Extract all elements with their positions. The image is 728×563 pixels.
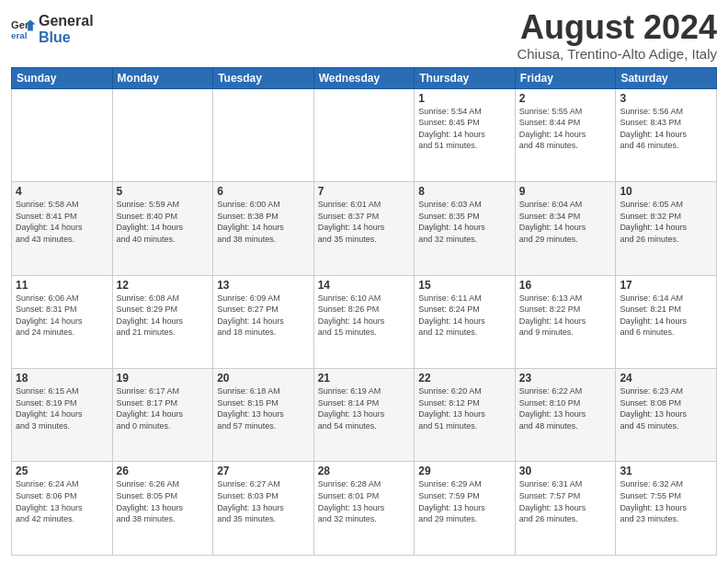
cell-info: Sunrise: 6:20 AM Sunset: 8:12 PM Dayligh… — [418, 385, 511, 431]
calendar-cell: 6Sunrise: 6:00 AM Sunset: 8:38 PM Daylig… — [213, 182, 314, 275]
calendar-cell: 23Sunrise: 6:22 AM Sunset: 8:10 PM Dayli… — [515, 369, 616, 462]
cell-day-number: 12 — [117, 279, 210, 292]
calendar-cell: 12Sunrise: 6:08 AM Sunset: 8:29 PM Dayli… — [112, 275, 213, 368]
cell-day-number: 14 — [318, 279, 411, 292]
day-header-thursday: Thursday — [415, 67, 516, 88]
cell-info: Sunrise: 6:24 AM Sunset: 8:06 PM Dayligh… — [16, 478, 108, 524]
calendar-cell: 20Sunrise: 6:18 AM Sunset: 8:15 PM Dayli… — [213, 369, 314, 462]
cell-day-number: 31 — [620, 465, 712, 477]
cell-day-number: 11 — [16, 279, 108, 292]
cell-day-number: 30 — [519, 465, 612, 477]
cell-day-number: 1 — [418, 92, 511, 105]
cell-info: Sunrise: 6:05 AM Sunset: 8:32 PM Dayligh… — [620, 199, 712, 245]
calendar-cell: 11Sunrise: 6:06 AM Sunset: 8:31 PM Dayli… — [12, 275, 113, 368]
cell-day-number: 2 — [519, 92, 612, 105]
cell-info: Sunrise: 5:54 AM Sunset: 8:45 PM Dayligh… — [418, 106, 511, 152]
cell-day-number: 15 — [418, 279, 511, 292]
cell-info: Sunrise: 5:58 AM Sunset: 8:41 PM Dayligh… — [16, 199, 108, 245]
calendar-cell: 28Sunrise: 6:28 AM Sunset: 8:01 PM Dayli… — [313, 462, 415, 556]
cell-day-number: 18 — [16, 372, 108, 385]
cell-info: Sunrise: 6:31 AM Sunset: 7:57 PM Dayligh… — [519, 478, 612, 524]
calendar-cell: 25Sunrise: 6:24 AM Sunset: 8:06 PM Dayli… — [12, 462, 113, 556]
calendar-cell: 19Sunrise: 6:17 AM Sunset: 8:17 PM Dayli… — [112, 369, 213, 462]
week-row-3: 18Sunrise: 6:15 AM Sunset: 8:19 PM Dayli… — [12, 369, 717, 462]
logo-text-line1: General — [39, 13, 94, 29]
cell-day-number: 8 — [418, 185, 511, 198]
calendar-cell: 27Sunrise: 6:27 AM Sunset: 8:03 PM Dayli… — [213, 462, 314, 556]
cell-day-number: 5 — [117, 185, 210, 198]
cell-info: Sunrise: 6:26 AM Sunset: 8:05 PM Dayligh… — [117, 478, 210, 524]
cell-day-number: 20 — [217, 372, 310, 385]
calendar-cell: 31Sunrise: 6:32 AM Sunset: 7:55 PM Dayli… — [616, 462, 717, 556]
cell-info: Sunrise: 5:56 AM Sunset: 8:43 PM Dayligh… — [620, 106, 712, 152]
cell-day-number: 7 — [318, 185, 411, 198]
logo-icon: Gen eral — [11, 17, 37, 42]
calendar-cell: 10Sunrise: 6:05 AM Sunset: 8:32 PM Dayli… — [616, 182, 717, 275]
calendar-cell: 14Sunrise: 6:10 AM Sunset: 8:26 PM Dayli… — [313, 275, 415, 368]
cell-info: Sunrise: 6:32 AM Sunset: 7:55 PM Dayligh… — [620, 478, 712, 524]
cell-info: Sunrise: 6:09 AM Sunset: 8:27 PM Dayligh… — [217, 293, 310, 339]
calendar-table: SundayMondayTuesdayWednesdayThursdayFrid… — [11, 67, 717, 556]
cell-info: Sunrise: 5:59 AM Sunset: 8:40 PM Dayligh… — [117, 199, 210, 245]
cell-day-number: 21 — [318, 372, 411, 385]
header: Gen eral General Blue August 2024 Chiusa… — [11, 9, 717, 62]
calendar-cell: 18Sunrise: 6:15 AM Sunset: 8:19 PM Dayli… — [12, 369, 113, 462]
calendar-cell: 3Sunrise: 5:56 AM Sunset: 8:43 PM Daylig… — [616, 88, 717, 181]
cell-info: Sunrise: 6:00 AM Sunset: 8:38 PM Dayligh… — [217, 199, 310, 245]
svg-text:eral: eral — [11, 29, 28, 40]
calendar-cell — [112, 88, 213, 181]
calendar-cell: 24Sunrise: 6:23 AM Sunset: 8:08 PM Dayli… — [616, 369, 717, 462]
cell-day-number: 25 — [16, 465, 108, 477]
day-header-monday: Monday — [112, 67, 213, 88]
cell-info: Sunrise: 6:14 AM Sunset: 8:21 PM Dayligh… — [620, 293, 712, 339]
cell-info: Sunrise: 6:13 AM Sunset: 8:22 PM Dayligh… — [519, 293, 612, 339]
calendar-cell: 5Sunrise: 5:59 AM Sunset: 8:40 PM Daylig… — [112, 182, 213, 275]
month-title: August 2024 — [517, 9, 717, 46]
cell-info: Sunrise: 6:23 AM Sunset: 8:08 PM Dayligh… — [620, 385, 712, 431]
cell-info: Sunrise: 6:03 AM Sunset: 8:35 PM Dayligh… — [418, 199, 511, 245]
cell-day-number: 9 — [519, 185, 612, 198]
calendar-cell: 26Sunrise: 6:26 AM Sunset: 8:05 PM Dayli… — [112, 462, 213, 556]
cell-info: Sunrise: 6:10 AM Sunset: 8:26 PM Dayligh… — [318, 293, 411, 339]
cell-info: Sunrise: 6:18 AM Sunset: 8:15 PM Dayligh… — [217, 385, 310, 431]
calendar-cell: 13Sunrise: 6:09 AM Sunset: 8:27 PM Dayli… — [213, 275, 314, 368]
cell-info: Sunrise: 6:06 AM Sunset: 8:31 PM Dayligh… — [16, 293, 108, 339]
calendar-cell: 17Sunrise: 6:14 AM Sunset: 8:21 PM Dayli… — [616, 275, 717, 368]
page: Gen eral General Blue August 2024 Chiusa… — [0, 0, 728, 563]
cell-day-number: 28 — [318, 465, 411, 477]
cell-day-number: 4 — [16, 185, 108, 198]
cell-day-number: 3 — [620, 92, 712, 105]
cell-info: Sunrise: 6:19 AM Sunset: 8:14 PM Dayligh… — [318, 385, 411, 431]
calendar-cell: 4Sunrise: 5:58 AM Sunset: 8:41 PM Daylig… — [12, 182, 113, 275]
calendar-cell — [12, 88, 113, 181]
cell-day-number: 22 — [418, 372, 511, 385]
title-block: August 2024 Chiusa, Trentino-Alto Adige,… — [517, 9, 717, 62]
logo: Gen eral General Blue — [11, 13, 94, 45]
calendar-cell: 21Sunrise: 6:19 AM Sunset: 8:14 PM Dayli… — [313, 369, 415, 462]
cell-day-number: 13 — [217, 279, 310, 292]
calendar-cell — [213, 88, 314, 181]
calendar-cell: 29Sunrise: 6:29 AM Sunset: 7:59 PM Dayli… — [415, 462, 516, 556]
calendar-cell: 15Sunrise: 6:11 AM Sunset: 8:24 PM Dayli… — [415, 275, 516, 368]
day-header-wednesday: Wednesday — [313, 67, 415, 88]
calendar-cell — [313, 88, 415, 181]
week-row-4: 25Sunrise: 6:24 AM Sunset: 8:06 PM Dayli… — [12, 462, 717, 556]
calendar-cell: 7Sunrise: 6:01 AM Sunset: 8:37 PM Daylig… — [313, 182, 415, 275]
cell-info: Sunrise: 6:04 AM Sunset: 8:34 PM Dayligh… — [519, 199, 612, 245]
cell-day-number: 27 — [217, 465, 310, 477]
cell-day-number: 24 — [620, 372, 712, 385]
cell-day-number: 10 — [620, 185, 712, 198]
day-header-tuesday: Tuesday — [213, 67, 314, 88]
calendar-cell: 2Sunrise: 5:55 AM Sunset: 8:44 PM Daylig… — [515, 88, 616, 181]
calendar-cell: 8Sunrise: 6:03 AM Sunset: 8:35 PM Daylig… — [415, 182, 516, 275]
week-row-1: 4Sunrise: 5:58 AM Sunset: 8:41 PM Daylig… — [12, 182, 717, 275]
cell-day-number: 19 — [117, 372, 210, 385]
cell-day-number: 17 — [620, 279, 712, 292]
calendar-cell: 1Sunrise: 5:54 AM Sunset: 8:45 PM Daylig… — [415, 88, 516, 181]
calendar-cell: 16Sunrise: 6:13 AM Sunset: 8:22 PM Dayli… — [515, 275, 616, 368]
cell-day-number: 29 — [418, 465, 511, 477]
cell-info: Sunrise: 6:22 AM Sunset: 8:10 PM Dayligh… — [519, 385, 612, 431]
location-title: Chiusa, Trentino-Alto Adige, Italy — [517, 46, 717, 62]
day-header-saturday: Saturday — [616, 67, 717, 88]
cell-info: Sunrise: 6:29 AM Sunset: 7:59 PM Dayligh… — [418, 478, 511, 524]
